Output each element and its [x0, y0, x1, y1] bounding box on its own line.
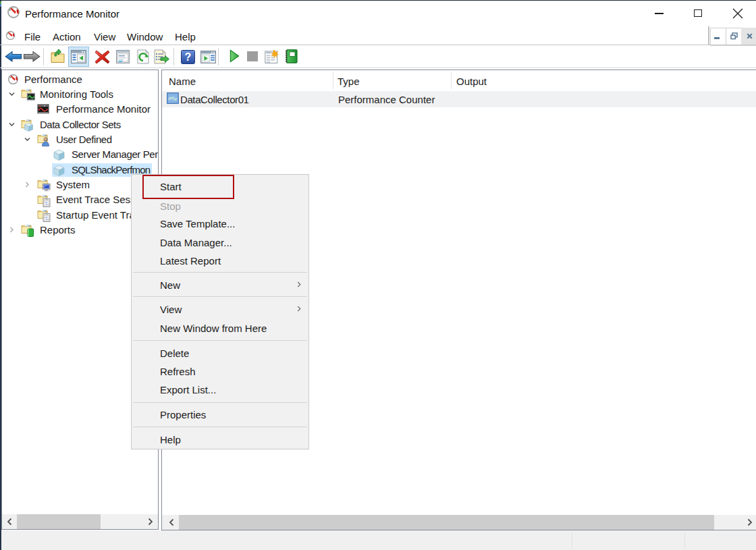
svg-text:01: 01	[46, 218, 49, 221]
svg-text:01: 01	[46, 203, 49, 206]
svg-text:?: ?	[185, 51, 192, 63]
